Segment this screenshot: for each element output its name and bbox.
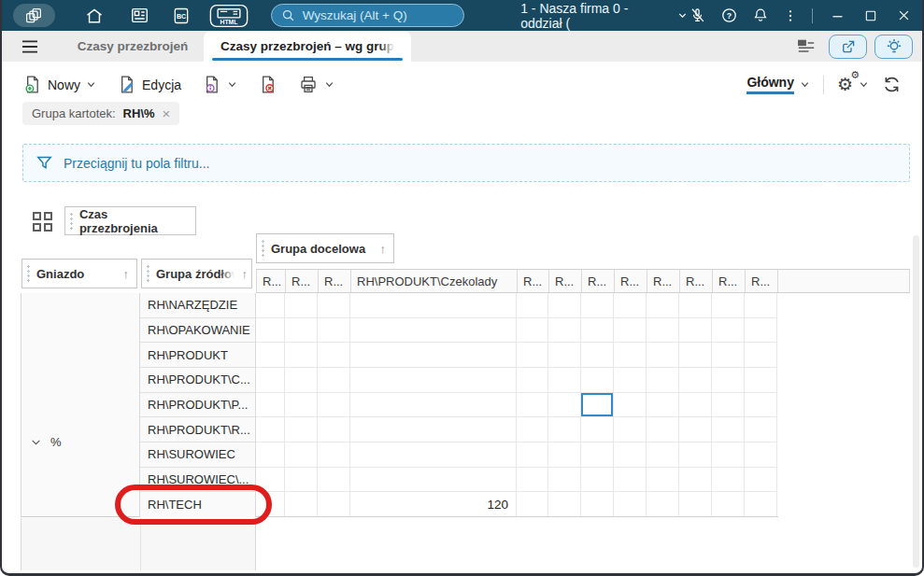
data-cell[interactable] bbox=[517, 468, 548, 493]
data-cell[interactable] bbox=[745, 393, 777, 418]
data-cell[interactable] bbox=[581, 492, 614, 517]
maximize-icon[interactable] bbox=[864, 9, 877, 22]
data-cell[interactable] bbox=[614, 293, 647, 318]
data-cell[interactable] bbox=[581, 343, 614, 368]
data-cell[interactable] bbox=[350, 293, 517, 318]
data-cell[interactable] bbox=[318, 417, 350, 443]
data-cell[interactable] bbox=[548, 443, 581, 468]
data-cell[interactable] bbox=[712, 468, 745, 493]
row-header[interactable]: RH\PRODUKT\P... bbox=[140, 393, 256, 418]
column-header[interactable]: R... bbox=[746, 270, 778, 292]
data-cell[interactable] bbox=[614, 443, 647, 468]
data-cell[interactable] bbox=[581, 468, 614, 493]
data-cell[interactable] bbox=[517, 368, 548, 393]
data-cell[interactable] bbox=[745, 443, 777, 468]
remove-filter-icon[interactable]: × bbox=[163, 105, 171, 121]
data-cell[interactable] bbox=[517, 443, 548, 468]
row-header[interactable]: RH\PRODUKT\C... bbox=[140, 368, 256, 393]
edit-button[interactable]: Edycja bbox=[117, 75, 181, 94]
data-cell[interactable] bbox=[679, 468, 712, 493]
data-cell[interactable] bbox=[285, 343, 318, 368]
share-button[interactable] bbox=[829, 35, 867, 59]
filter-chip[interactable]: Grupa kartotek: RH\% × bbox=[22, 102, 179, 125]
column-header[interactable]: R... bbox=[680, 270, 713, 292]
data-cell[interactable] bbox=[256, 318, 285, 344]
column-header[interactable]: RH\PRODUKT\Czekolady bbox=[351, 270, 518, 292]
data-cell[interactable] bbox=[548, 417, 581, 443]
row-field-chip-grupa-zrodlowa[interactable]: Grupa źródłow ↑ bbox=[141, 259, 252, 288]
column-header[interactable]: R... bbox=[549, 270, 582, 292]
data-cell[interactable] bbox=[256, 293, 285, 318]
column-header[interactable]: R... bbox=[286, 270, 319, 292]
data-cell[interactable] bbox=[318, 492, 350, 517]
data-cell[interactable] bbox=[647, 293, 679, 318]
data-cell[interactable] bbox=[745, 417, 777, 443]
minimize-icon[interactable] bbox=[831, 8, 845, 22]
row-group-cell[interactable]: % bbox=[30, 435, 62, 449]
data-cell[interactable] bbox=[517, 293, 548, 318]
data-cell[interactable] bbox=[647, 443, 679, 468]
data-cell[interactable] bbox=[647, 393, 679, 418]
data-cell[interactable] bbox=[350, 393, 517, 418]
column-field-chip[interactable]: Grupa docelowa ↑ bbox=[256, 233, 394, 263]
data-cell[interactable] bbox=[712, 492, 745, 517]
data-cell[interactable] bbox=[285, 318, 318, 344]
data-cell[interactable] bbox=[256, 443, 285, 468]
data-cell[interactable] bbox=[712, 443, 745, 468]
open-windows-list-icon[interactable] bbox=[797, 38, 816, 55]
data-cell[interactable] bbox=[614, 343, 647, 368]
row-header[interactable]: RH\PRODUKT\R... bbox=[140, 417, 256, 443]
data-cell[interactable] bbox=[318, 343, 350, 368]
data-cell[interactable] bbox=[679, 293, 712, 318]
data-cell[interactable] bbox=[712, 293, 745, 318]
delete-button[interactable] bbox=[258, 75, 277, 94]
data-cell[interactable] bbox=[517, 417, 548, 443]
data-cell[interactable] bbox=[745, 468, 777, 493]
data-cell[interactable] bbox=[679, 368, 712, 393]
sort-ascending-icon[interactable]: ↑ bbox=[116, 267, 130, 281]
data-cell[interactable] bbox=[647, 417, 679, 443]
data-cell[interactable] bbox=[712, 393, 745, 418]
data-cell[interactable] bbox=[581, 393, 614, 418]
notifications-bell-icon[interactable] bbox=[752, 7, 769, 24]
data-cell[interactable] bbox=[350, 468, 517, 493]
data-cell[interactable] bbox=[679, 492, 712, 517]
more-kebab-icon[interactable] bbox=[783, 7, 798, 24]
column-header[interactable]: R... bbox=[518, 270, 549, 292]
data-cell[interactable] bbox=[581, 318, 614, 344]
data-cell[interactable] bbox=[285, 393, 318, 418]
field-chooser-icon[interactable] bbox=[33, 212, 52, 232]
row-field-chip-gniazdo[interactable]: Gniazdo ↑ bbox=[21, 259, 137, 288]
column-header[interactable]: R... bbox=[319, 270, 351, 292]
tab-czasy-przezbrojen-wg-grup[interactable]: Czasy przezbrojeń – wg grup bbox=[204, 31, 411, 62]
data-cell[interactable] bbox=[285, 293, 318, 318]
data-cell[interactable] bbox=[256, 468, 285, 493]
data-cell[interactable] bbox=[350, 368, 517, 393]
data-cell[interactable] bbox=[548, 343, 581, 368]
data-cell[interactable] bbox=[581, 417, 614, 443]
data-cell[interactable] bbox=[548, 492, 581, 517]
data-cell[interactable] bbox=[350, 417, 517, 443]
column-header[interactable]: R... bbox=[713, 270, 746, 292]
row-header[interactable]: RH\OPAKOWANIE bbox=[140, 318, 256, 344]
data-cell[interactable] bbox=[517, 492, 548, 517]
company-selector[interactable]: 1 - Nasza firma 0 - oddział ( bbox=[520, 1, 689, 31]
row-header[interactable]: RH\NARZĘDZIE bbox=[140, 293, 256, 318]
data-cell[interactable] bbox=[712, 368, 745, 393]
app-logo-button[interactable] bbox=[13, 4, 55, 27]
tips-button[interactable] bbox=[874, 35, 913, 59]
settings-button[interactable]: ⚙⚙ bbox=[837, 76, 869, 93]
data-cell[interactable] bbox=[614, 318, 647, 344]
data-cell[interactable] bbox=[256, 393, 285, 418]
data-cell[interactable] bbox=[285, 492, 318, 517]
news-panel-icon[interactable] bbox=[130, 7, 149, 24]
data-cell[interactable] bbox=[614, 393, 647, 418]
data-cell[interactable] bbox=[256, 492, 285, 517]
column-header[interactable]: R... bbox=[647, 270, 680, 292]
help-icon[interactable]: ? bbox=[720, 7, 738, 24]
sort-ascending-icon[interactable]: ↑ bbox=[235, 267, 249, 281]
data-cell[interactable] bbox=[647, 318, 679, 344]
data-cell[interactable] bbox=[679, 343, 712, 368]
new-button[interactable]: Nowy bbox=[22, 75, 96, 94]
data-cell[interactable] bbox=[581, 368, 614, 393]
